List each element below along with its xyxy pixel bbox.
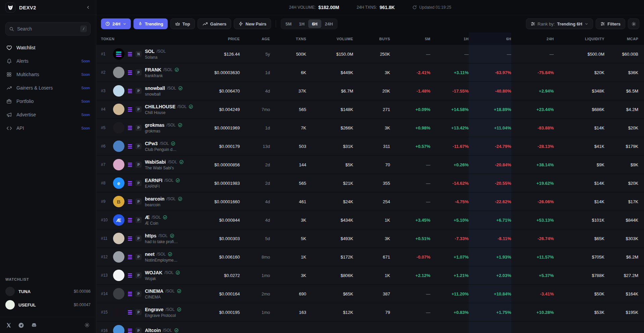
table-row[interactable]: #4 P CHILLHOUSE /SOL Chill House $0.0042… — [96, 100, 644, 119]
column-header-price[interactable]: PRICE — [199, 37, 240, 41]
token-symbol: snowball — [145, 86, 165, 91]
tab-gainers[interactable]: Gainers — [198, 18, 231, 29]
column-header-5m[interactable]: 5M — [390, 37, 430, 41]
soon-badge: Soon — [81, 86, 90, 90]
column-header-volume[interactable]: VOLUME — [306, 37, 353, 41]
token-symbol: EARNFI — [145, 178, 162, 183]
txns-cell: 690 — [270, 291, 306, 296]
x-twitter-icon[interactable] — [6, 323, 11, 328]
token-rank: #7 — [101, 162, 110, 167]
bolt-icon — [238, 21, 243, 26]
platform-bars-icon — [128, 70, 132, 75]
briefcase-icon — [6, 99, 12, 104]
token-pair: /SOL — [152, 215, 161, 220]
buys-cell: 3K — [353, 70, 390, 75]
table-row[interactable]: #6 P CPw3 /SOL Club Penguin d… $0.000179… — [96, 137, 644, 156]
timeframe-6h[interactable]: 6H — [308, 19, 321, 28]
column-header-mcap[interactable]: MCAP — [604, 37, 638, 41]
telegram-icon[interactable] — [18, 322, 24, 328]
launchpad-badge: P — [136, 143, 142, 149]
grid-icon — [6, 72, 12, 77]
liquidity-cell: $500.0M — [554, 52, 604, 57]
refresh-icon[interactable] — [412, 5, 417, 10]
sidebar-settings-gear-icon[interactable] — [84, 322, 90, 328]
column-header-token[interactable]: TOKEN — [101, 37, 199, 41]
table-row[interactable]: #15 P Engrave /SOL Engrave Protocol $0.0… — [96, 303, 644, 322]
age-cell: 5d — [240, 236, 270, 241]
mcap-cell: $20K — [604, 125, 638, 130]
liquidity-cell: $348K — [554, 89, 604, 94]
tab-new-pairs[interactable]: New Pairs — [234, 18, 271, 29]
platform-bars-icon — [128, 255, 132, 259]
sidebar-item-alerts[interactable]: Alerts Soon — [3, 54, 93, 68]
table-row[interactable]: #2 P FRANK /SOL frankfrank $0.00003630 1… — [96, 63, 644, 82]
token-name: NotInEmployme… — [145, 258, 177, 263]
column-header-age[interactable]: AGE — [240, 37, 270, 41]
search-input[interactable] — [17, 26, 77, 32]
change-24h-cell: +5.37% — [511, 273, 554, 278]
verified-check-icon — [178, 123, 182, 127]
table-row[interactable]: #8 e P EARNFI /SOL EARNFI $0.00001983 2d… — [96, 174, 644, 192]
sidebar-item-gainers-losers[interactable]: Gainers & Losers Soon — [3, 81, 93, 95]
token-name: CINEMA — [145, 295, 181, 299]
table-settings-gear-button[interactable] — [628, 18, 639, 29]
watchlist-token-row[interactable]: USEFUL $0.00047 — [5, 298, 91, 312]
change-1h-cell: +5.10% — [430, 218, 469, 223]
sidebar-collapse-button[interactable] — [86, 5, 91, 10]
token-rank: #14 — [101, 291, 110, 296]
tab-trending[interactable]: Trending — [133, 18, 168, 29]
table-row[interactable]: #10 Æ P Æ /SOL Æ Coin $0.000844 4d 3K $4… — [96, 211, 644, 229]
table-row[interactable]: #14 P CINEMA /SOL CINEMA $0.000164 2mo 6… — [96, 285, 644, 303]
column-header-24h[interactable]: 24H — [511, 37, 554, 41]
rank-by-dropdown[interactable]: Rank by: Trending 6H — [526, 18, 593, 29]
column-header-liquidity[interactable]: LIQUIDITY — [554, 37, 604, 41]
search-icon — [9, 26, 14, 32]
timeframe-dropdown-button[interactable]: 24H — [101, 18, 131, 29]
timeframe-24h[interactable]: 24H — [321, 19, 337, 28]
sidebar-item-multicharts[interactable]: Multicharts Soon — [3, 68, 93, 81]
token-rank: #11 — [101, 236, 110, 241]
mcap-cell: $60.00B — [604, 52, 638, 57]
flame-icon — [138, 21, 143, 26]
table-row[interactable]: #9 B P bearcoin /SOL bearcoin $0.0000166… — [96, 192, 644, 211]
main-area: 24H VOLUME: $182.00M 24H TXNS: 961.8K Up… — [96, 0, 644, 333]
column-header-buys[interactable]: BUYS — [353, 37, 390, 41]
table-row[interactable]: #16 P Altcoin /SOL — [96, 322, 644, 333]
filter-toolbar: 24H TrendingTopGainersNew Pairs 5M1H6H24… — [96, 15, 644, 33]
column-header-1h[interactable]: 1H — [430, 37, 469, 41]
tab-top[interactable]: Top — [170, 18, 195, 29]
table-row[interactable]: #13 P WOJAK /SOL Wojak $0.0272 1mo 3K $8… — [96, 266, 644, 285]
soon-badge: Soon — [81, 72, 90, 76]
timeframe-1h[interactable]: 1H — [295, 19, 308, 28]
table-row[interactable]: #12 P neet /SOL NotInEmployme… $0.006160… — [96, 248, 644, 266]
table-row[interactable]: #11 P https /SOL had to take profi… $0.0… — [96, 229, 644, 248]
token-table-body: #1 N SOL /SOL Solana $126.44 5y 500K $15… — [96, 45, 644, 333]
sidebar-item-portfolio[interactable]: Portfolio Soon — [3, 95, 93, 108]
column-header-txns[interactable]: TXNS — [270, 37, 306, 41]
sidebar-item-watchlist[interactable]: Watchlist — [3, 41, 93, 54]
watchlist-token-row[interactable]: TUNA $0.00086 — [5, 285, 91, 298]
discord-icon[interactable] — [31, 322, 37, 328]
table-row[interactable]: #3 P snowball /SOL snowball $0.006470 4d… — [96, 82, 644, 100]
verified-check-icon — [179, 160, 184, 164]
column-header-6h[interactable]: 6H — [469, 33, 511, 45]
buys-cell: 250K — [353, 52, 390, 57]
table-row[interactable]: #1 N SOL /SOL Solana $126.44 5y 500K $15… — [96, 45, 644, 63]
table-row[interactable]: #7 P WabiSabi /SOL The Wabi Sabi's $0.00… — [96, 156, 644, 174]
sidebar-item-advertise[interactable]: Advertise Soon — [3, 108, 93, 121]
buys-cell: 1K — [353, 273, 390, 278]
timeframe-5m[interactable]: 5M — [282, 19, 295, 28]
price-cell: $0.00001660 — [199, 199, 240, 204]
search-box[interactable]: / — [5, 22, 91, 36]
change-6h-cell: +1.93% — [469, 248, 511, 266]
volume-cell: $6.7M — [306, 89, 353, 94]
change-6h-cell: -40.80% — [469, 82, 511, 100]
search-shortcut-key: / — [80, 25, 87, 32]
watchlist-token-symbol: USEFUL — [18, 302, 36, 308]
filters-button[interactable]: Filters — [596, 18, 625, 29]
change-24h-cell: -3.41% — [511, 291, 554, 296]
table-row[interactable]: #5 P grokmas /SOL grokmas $0.00001969 1d… — [96, 119, 644, 137]
sidebar-item-api[interactable]: API Soon — [3, 121, 93, 135]
token-symbol: SOL — [145, 49, 155, 54]
updated-time: Updated 01:19:25 — [419, 5, 451, 10]
